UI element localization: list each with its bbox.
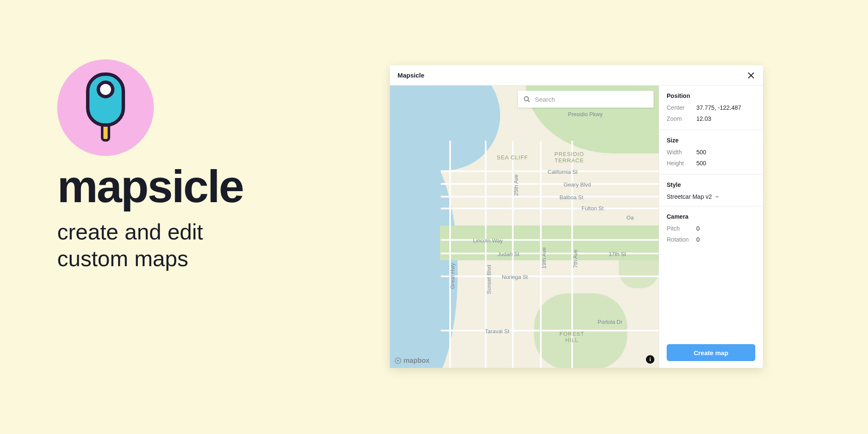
section-title-size: Size	[667, 137, 755, 144]
label-height: Height	[667, 160, 696, 167]
style-select[interactable]: Streetcar Map v2	[667, 193, 755, 200]
street-label: Portola Dr	[598, 319, 623, 325]
street-label: Lincoln Way	[473, 237, 503, 244]
map-road	[441, 275, 659, 277]
logo-badge	[57, 59, 154, 156]
create-map-button[interactable]: Create map	[667, 344, 755, 361]
row-width: Width 500	[667, 149, 755, 156]
street-label: 25th Ave	[513, 175, 519, 196]
search-icon	[523, 95, 531, 103]
plugin-card: Mapsicle	[390, 65, 763, 368]
mapbox-icon	[394, 357, 402, 364]
card-header: Mapsicle	[390, 65, 763, 86]
map-search[interactable]	[518, 91, 654, 108]
street-label: Taraval St	[485, 328, 509, 334]
svg-point-2	[98, 82, 113, 97]
row-pitch: Pitch 0	[667, 225, 755, 232]
row-center: Center 37.775, -122.487	[667, 104, 755, 111]
section-title-position: Position	[667, 92, 755, 99]
value-pitch[interactable]: 0	[696, 225, 700, 232]
street-label: Presidio Pkwy	[568, 111, 603, 117]
map-attribution: mapbox	[394, 357, 429, 364]
map-road	[449, 141, 451, 368]
district-label: FORESTHILL	[559, 331, 584, 343]
map-road	[441, 183, 659, 185]
street-label: Balboa St	[559, 194, 583, 200]
label-width: Width	[667, 149, 696, 156]
value-width[interactable]: 500	[696, 149, 706, 156]
map-park	[619, 238, 659, 288]
map-road	[441, 208, 659, 209]
close-button[interactable]	[745, 70, 757, 81]
popsicle-icon	[84, 72, 127, 144]
map-info-button[interactable]: i	[646, 355, 654, 364]
style-selected: Streetcar Map v2	[667, 193, 712, 200]
map-attribution-text: mapbox	[403, 357, 429, 364]
divider	[659, 206, 763, 206]
label-pitch: Pitch	[667, 225, 696, 232]
svg-point-8	[397, 360, 399, 362]
street-label: Geary Blvd	[564, 181, 591, 188]
hero: mapsicle create and edit custom maps	[57, 59, 243, 273]
hero-subtitle: create and edit custom maps	[57, 219, 243, 273]
label-zoom: Zoom	[667, 115, 696, 122]
value-rotation[interactable]: 0	[696, 236, 700, 243]
row-rotation: Rotation 0	[667, 236, 755, 243]
divider	[659, 174, 763, 175]
hero-title: mapsicle	[57, 164, 243, 209]
map-road	[441, 330, 659, 331]
svg-line-6	[528, 100, 529, 102]
label-center: Center	[667, 104, 696, 111]
section-title-camera: Camera	[667, 213, 755, 220]
street-label: Noriega St	[502, 274, 528, 280]
street-label: 7th Ave	[572, 250, 579, 268]
row-zoom: Zoom 12.03	[667, 115, 755, 122]
street-label: California St	[548, 169, 578, 175]
street-label: 17th St	[609, 251, 626, 257]
value-height[interactable]: 500	[696, 160, 706, 167]
chevron-down-icon	[715, 194, 720, 199]
street-label: Oa	[626, 214, 634, 221]
street-label: Sunset Blvd	[486, 265, 492, 294]
search-input[interactable]	[535, 96, 648, 103]
district-label: SEA CLIFF	[497, 154, 528, 161]
properties-panel: Position Center 37.775, -122.487 Zoom 12…	[659, 86, 763, 368]
value-zoom[interactable]: 12.03	[696, 115, 711, 122]
map-canvas[interactable]: Presidio PkwyCalifornia StGeary BlvdBalb…	[390, 86, 659, 368]
district-label: PRESIDIOTERRACE	[554, 151, 584, 164]
map-road	[441, 196, 659, 198]
close-icon	[747, 72, 755, 79]
label-rotation: Rotation	[667, 236, 696, 243]
street-label: Judah St	[498, 251, 519, 257]
street-label: 19th Ave	[541, 248, 547, 269]
divider	[659, 130, 763, 130]
section-title-style: Style	[667, 181, 755, 188]
card-title: Mapsicle	[398, 72, 424, 79]
row-height: Height 500	[667, 160, 755, 167]
value-center[interactable]: 37.775, -122.487	[696, 104, 741, 111]
street-label: Fulton St	[581, 205, 604, 211]
street-label: Great Hwy	[449, 263, 456, 289]
